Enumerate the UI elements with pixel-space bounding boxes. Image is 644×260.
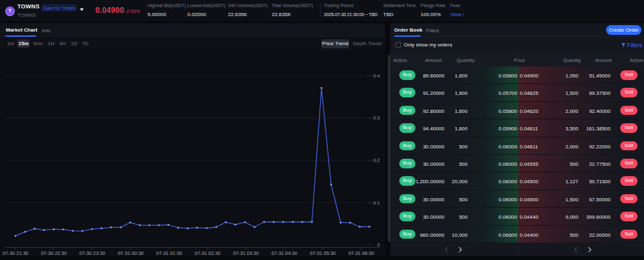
svg-text:07-31 02:30: 07-31 02:30	[194, 250, 220, 256]
svg-text:0.1: 0.1	[374, 200, 380, 206]
svg-text:07-31 04:30: 07-31 04:30	[272, 250, 298, 256]
svg-text:07-31 01:30: 07-31 01:30	[156, 250, 182, 256]
svg-text:0: 0	[377, 242, 380, 248]
svg-text:0.2: 0.2	[374, 157, 380, 163]
svg-text:07-30 23:30: 07-30 23:30	[79, 250, 105, 256]
svg-text:0.4: 0.4	[374, 73, 380, 79]
svg-text:07-31 03:30: 07-31 03:30	[233, 250, 259, 256]
svg-text:07-31 06:30: 07-31 06:30	[348, 250, 374, 256]
svg-text:07-30 22:30: 07-30 22:30	[41, 250, 67, 256]
svg-text:07-31 05:30: 07-31 05:30	[310, 250, 336, 256]
svg-text:0.3: 0.3	[374, 115, 380, 121]
svg-text:07-30 21:30: 07-30 21:30	[3, 250, 28, 256]
svg-text:07-31 00:30: 07-31 00:30	[118, 250, 144, 256]
